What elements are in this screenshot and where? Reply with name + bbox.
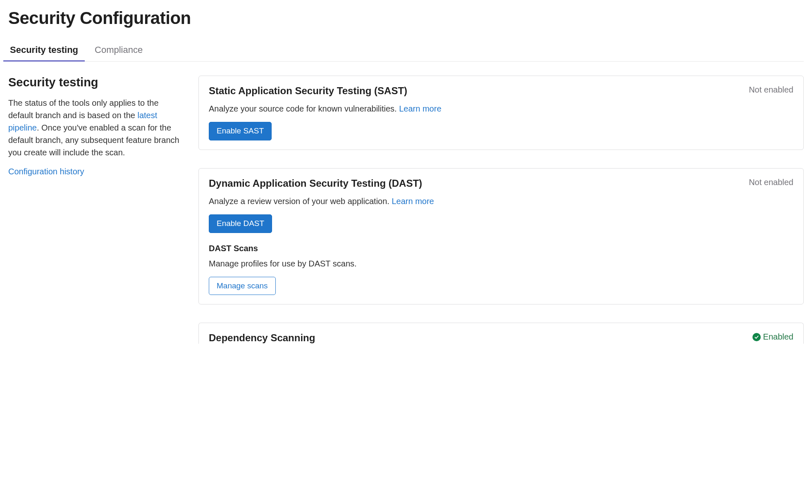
dependency-status: Enabled — [752, 332, 793, 342]
dast-scans-desc: Manage profiles for use by DAST scans. — [209, 259, 793, 269]
tab-security-testing[interactable]: Security testing — [8, 40, 80, 61]
section-heading: Security testing — [8, 76, 182, 89]
sast-title: Static Application Security Testing (SAS… — [209, 85, 407, 97]
check-icon — [752, 333, 761, 341]
content-area: Security testing The status of the tools… — [8, 76, 804, 344]
sidebar: Security testing The status of the tools… — [8, 76, 182, 176]
dast-card-header: Dynamic Application Security Testing (DA… — [209, 178, 793, 189]
configuration-history-link[interactable]: Configuration history — [8, 167, 84, 176]
sast-description: Analyze your source code for known vulne… — [209, 104, 793, 114]
section-description: The status of the tools only applies to … — [8, 97, 182, 159]
dast-scans-section: DAST Scans Manage profiles for use by DA… — [209, 244, 793, 295]
dast-scans-title: DAST Scans — [209, 244, 793, 253]
sast-learn-more-link[interactable]: Learn more — [399, 104, 441, 113]
page-title: Security Configuration — [8, 8, 804, 28]
dast-status: Not enabled — [749, 178, 793, 187]
dast-learn-more-link[interactable]: Learn more — [392, 197, 434, 206]
sast-desc-text: Analyze your source code for known vulne… — [209, 104, 399, 113]
dependency-card-header: Dependency Scanning Enabled — [209, 332, 793, 344]
enable-sast-button[interactable]: Enable SAST — [209, 122, 272, 140]
sast-card: Static Application Security Testing (SAS… — [198, 76, 804, 150]
manage-scans-button[interactable]: Manage scans — [209, 277, 276, 295]
dependency-scanning-card: Dependency Scanning Enabled — [198, 323, 804, 344]
enable-dast-button[interactable]: Enable DAST — [209, 214, 272, 233]
desc-text-1: The status of the tools only applies to … — [8, 98, 159, 120]
tab-compliance[interactable]: Compliance — [93, 40, 144, 61]
sast-status: Not enabled — [749, 85, 793, 95]
dependency-status-text: Enabled — [763, 332, 793, 342]
dast-description: Analyze a review version of your web app… — [209, 197, 793, 206]
tabs-container: Security testing Compliance — [8, 40, 804, 62]
dast-title: Dynamic Application Security Testing (DA… — [209, 178, 422, 189]
dast-desc-text: Analyze a review version of your web app… — [209, 197, 392, 206]
dependency-title: Dependency Scanning — [209, 332, 315, 344]
sast-card-header: Static Application Security Testing (SAS… — [209, 85, 793, 97]
cards-column: Static Application Security Testing (SAS… — [198, 76, 804, 344]
dast-card: Dynamic Application Security Testing (DA… — [198, 168, 804, 305]
